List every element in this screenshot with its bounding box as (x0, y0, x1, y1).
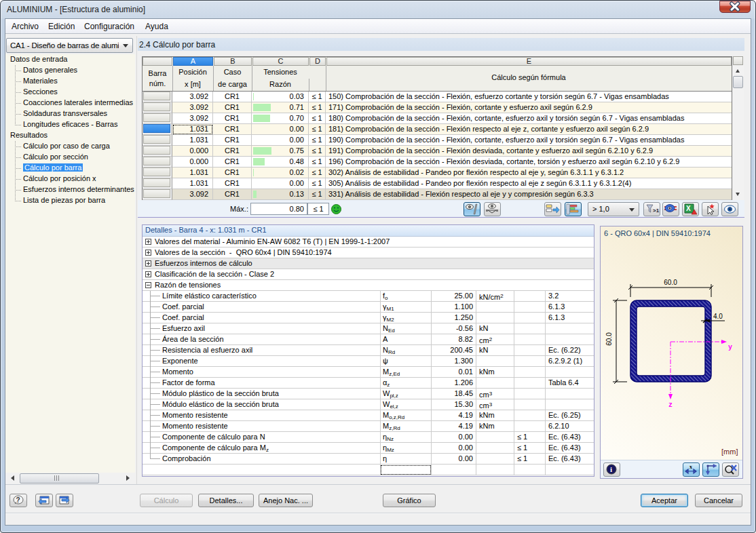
svg-text:X: X (686, 205, 691, 212)
svg-text:60.0: 60.0 (664, 279, 677, 286)
svg-text:i: i (610, 465, 612, 473)
svg-text:4.0: 4.0 (713, 313, 723, 320)
svg-text:x: x (689, 464, 692, 470)
svg-text:y: y (728, 344, 732, 351)
svg-text:60.0: 60.0 (605, 332, 613, 346)
svg-text:z: z (668, 401, 673, 409)
svg-text:?: ? (16, 496, 20, 504)
svg-text:>1: >1 (653, 208, 660, 214)
